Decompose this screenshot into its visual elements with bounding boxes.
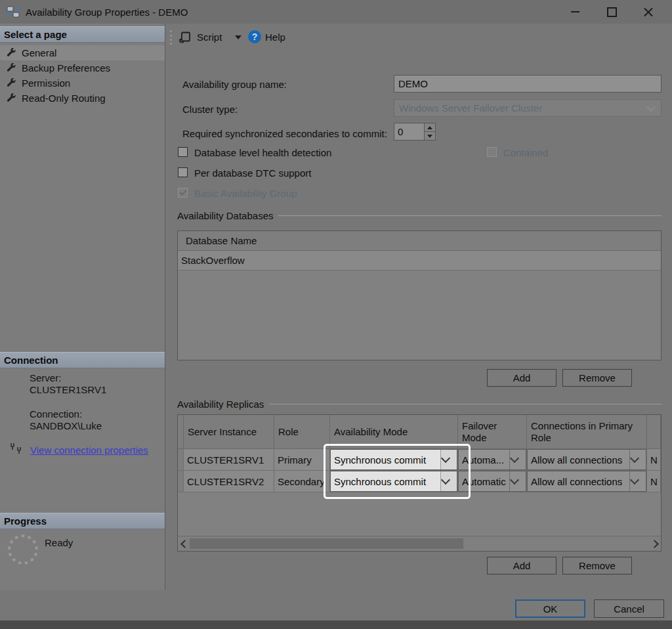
script-dropdown-caret-icon[interactable] [235, 35, 242, 39]
row-header-gutter[interactable] [178, 471, 184, 492]
replicas-header-row: Server Instance Role Availability Mode F… [178, 415, 661, 449]
scrollbar-thumb[interactable] [190, 538, 463, 549]
failover-mode-value: Automa... [462, 454, 509, 466]
scroll-right-button[interactable] [650, 536, 661, 551]
dropdown-button[interactable] [440, 471, 457, 491]
view-connection-properties-link[interactable]: View connection properties [30, 445, 148, 456]
minimize-button[interactable] [556, 0, 593, 24]
dropdown-button[interactable] [629, 450, 646, 469]
window-title: Availability Group Properties - DEMO [26, 7, 188, 18]
failover-mode-dropdown[interactable]: Automatic [458, 471, 526, 492]
chevron-down-icon [646, 102, 656, 111]
sidebar-item-label: Read-Only Routing [22, 93, 106, 104]
dropdown-button[interactable] [509, 450, 526, 469]
col-availability-mode[interactable]: Availability Mode [330, 415, 458, 449]
progress-spinner-icon [8, 534, 38, 565]
sidebar-item-general[interactable]: General [0, 45, 165, 60]
cell-server[interactable]: CLUSTER1SRV2 [184, 471, 274, 492]
window-controls [556, 0, 667, 24]
server-value: CLUSTER1SRV1 [30, 384, 106, 395]
replicas-add-button[interactable]: Add [487, 557, 556, 575]
database-row[interactable]: StackOverflow [178, 251, 661, 271]
databases-table: Database Name StackOverflow [177, 230, 662, 360]
col-server-instance[interactable]: Server Instance [184, 415, 274, 449]
cell-role[interactable]: Secondary [274, 471, 330, 492]
maximize-button[interactable] [593, 0, 630, 24]
script-button[interactable]: Script [197, 32, 222, 43]
connections-dropdown[interactable]: Allow all connections [527, 449, 646, 470]
sidebar-item-permission[interactable]: Permission [0, 76, 165, 91]
availability-mode-dropdown[interactable]: Synchronous commit [330, 471, 457, 492]
group-name-label: Availability group name: [182, 79, 287, 90]
cell-failover-mode: Automatic [458, 471, 527, 492]
cell-clipped: N [647, 449, 661, 471]
sidebar-item-label: General [22, 47, 56, 58]
cell-server[interactable]: CLUSTER1SRV1 [184, 449, 274, 471]
availability-mode-value: Synchronous commit [334, 476, 440, 487]
replicas-group-title: Availability Replicas [177, 399, 264, 410]
dropdown-button[interactable] [440, 450, 457, 469]
group-name-input[interactable] [394, 75, 662, 93]
scroll-left-button[interactable] [178, 536, 189, 551]
arrow-up-icon [427, 126, 432, 129]
progress-header: Progress [0, 513, 165, 529]
availability-group-icon [7, 6, 20, 18]
toolbar-grip-handle[interactable] [170, 30, 172, 45]
sidebar-item-backup-preferences[interactable]: Backup Preferences [0, 60, 165, 76]
connection-header: Connection [0, 352, 165, 368]
title-bar: Availability Group Properties - DEMO [0, 0, 672, 24]
help-button[interactable]: Help [265, 32, 285, 43]
cell-clipped: N [647, 471, 661, 492]
dropdown-button[interactable] [629, 471, 646, 491]
sidebar-item-read-only-routing[interactable]: Read-Only Routing [0, 91, 165, 106]
dropdown-button[interactable] [509, 471, 526, 491]
help-icon: ? [248, 30, 261, 43]
cluster-type-value: Windows Server Failover Cluster [399, 102, 648, 114]
availability-mode-dropdown[interactable]: Synchronous commit [330, 449, 457, 470]
chevron-left-icon [180, 540, 189, 548]
progress-status: Ready [45, 537, 73, 548]
cancel-button[interactable]: Cancel [594, 599, 664, 618]
chevron-right-icon [650, 540, 659, 548]
replica-row-2: CLUSTER1SRV2 Secondary Synchronous commi… [178, 471, 661, 492]
col-connections-primary-role[interactable]: Connections in Primary Role [527, 415, 647, 449]
connection-label: Connection: [30, 408, 82, 420]
dtc-support-checkbox[interactable] [178, 167, 188, 177]
row-header-gutter[interactable] [178, 449, 184, 471]
cell-role[interactable]: Primary [274, 449, 330, 471]
chevron-down-icon [441, 475, 450, 485]
health-detection-checkbox[interactable] [178, 147, 188, 157]
screenshot-root: Availability Group Properties - DEMO Sel… [0, 0, 672, 629]
databases-group-title: Availability Databases [177, 210, 273, 221]
connections-value: Allow all connections [531, 454, 629, 466]
required-secondaries-label: Required synchronized secondaries to com… [182, 128, 387, 139]
failover-mode-value: Automatic [462, 476, 509, 487]
databases-column-header[interactable]: Database Name [178, 231, 661, 251]
databases-remove-button[interactable]: Remove [562, 369, 632, 387]
replicas-remove-button[interactable]: Remove [562, 557, 632, 575]
required-secondaries-stepper[interactable]: 0 [394, 123, 436, 141]
replicas-table: Server Instance Role Availability Mode F… [177, 414, 662, 552]
connection-value: SANDBOX\Luke [30, 420, 102, 431]
col-failover-mode[interactable]: Failover Mode [458, 415, 527, 449]
databases-add-button[interactable]: Add [487, 369, 556, 387]
wrench-icon [7, 48, 16, 58]
stepper-down-button[interactable] [425, 132, 435, 140]
connections-value: Allow all connections [531, 476, 629, 487]
contained-label: Contained [503, 147, 548, 158]
basic-ag-checkbox [178, 188, 188, 198]
sidebar-item-label: Backup Preferences [22, 62, 110, 74]
col-role[interactable]: Role [274, 415, 330, 449]
close-button[interactable] [630, 0, 667, 24]
cell-connections: Allow all connections [527, 471, 647, 492]
connections-dropdown[interactable]: Allow all connections [527, 471, 646, 492]
ok-button[interactable]: OK [515, 599, 585, 618]
stepper-up-button[interactable] [425, 123, 435, 132]
sidebar-item-label: Permission [22, 77, 70, 89]
horizontal-scrollbar[interactable] [178, 536, 661, 551]
cell-connections: Allow all connections [527, 449, 647, 471]
script-icon [178, 30, 192, 45]
chevron-down-icon [441, 454, 450, 463]
failover-mode-dropdown[interactable]: Automa... [458, 449, 526, 470]
contained-checkbox [487, 147, 497, 157]
